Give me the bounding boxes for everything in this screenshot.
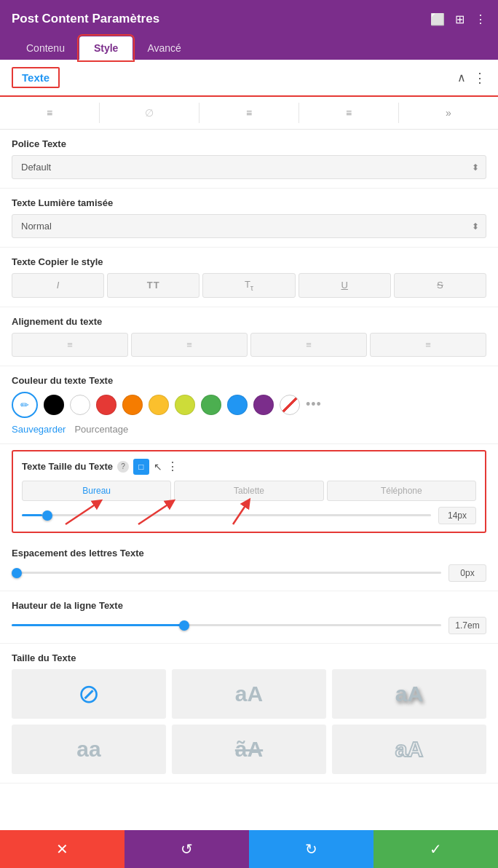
toolbar-btn-align[interactable]: ≡ — [0, 103, 100, 123]
toolbar-btn-indent[interactable]: ≡ — [299, 103, 399, 123]
alignement-label: Alignement du texte — [12, 316, 486, 327]
more-colors-icon[interactable]: ••• — [306, 397, 322, 412]
desktop-icon: □ — [138, 462, 143, 472]
taille-options-icon[interactable]: ⋮ — [167, 459, 178, 473]
color-actions: Sauvegarder Pourcentage — [12, 424, 486, 435]
text-size-strikethrough[interactable]: ãA — [172, 725, 326, 774]
tab-bureau[interactable]: Bureau — [22, 481, 171, 501]
police-texte-select[interactable]: Default — [12, 155, 486, 179]
espacement-slider-row: 0px — [12, 564, 486, 582]
color-swatch-orange[interactable] — [122, 395, 143, 415]
tab-contenu[interactable]: Contenu — [12, 36, 79, 60]
taille-slider-row: 14px — [22, 507, 476, 524]
device-desktop-button[interactable]: □ — [133, 459, 149, 475]
section-more-icon[interactable]: ⋮ — [473, 70, 486, 86]
espacement-slider-thumb[interactable] — [12, 568, 22, 578]
color-swatch-black[interactable] — [44, 395, 64, 415]
couleur-section: Couleur du texte Texte ✏ ••• Sauvegarder… — [0, 366, 498, 444]
taille-slider-value[interactable]: 14px — [438, 507, 476, 524]
taille-du-texte-section: Taille du Texte ⊘ aA aA AA ãA — [0, 644, 498, 784]
color-swatch-lime[interactable] — [175, 395, 195, 415]
couleur-label: Couleur du texte Texte — [12, 375, 486, 386]
color-swatch-purple[interactable] — [253, 395, 274, 415]
toolbar-btn-quote[interactable]: » — [399, 103, 498, 123]
tab-tablette[interactable]: Tablette — [174, 481, 323, 501]
espacement-slider-container — [12, 572, 441, 574]
color-picker-button[interactable]: ✏ — [12, 392, 38, 418]
cancel-icon: ✕ — [56, 840, 68, 858]
hauteur-slider-fill — [12, 624, 183, 626]
align-left-button[interactable]: ≡ — [12, 333, 128, 357]
color-swatch-white[interactable] — [70, 395, 90, 415]
hauteur-slider-track — [12, 624, 441, 626]
lumiere-section: Texte Lumière tamisée Normal ⬍ — [0, 189, 498, 248]
taille-slider-track — [22, 514, 431, 516]
tab-avance[interactable]: Avancé — [133, 36, 195, 60]
police-texte-label: Police Texte — [12, 138, 486, 149]
toolbar-btn-list[interactable]: ≡ — [199, 103, 299, 123]
smallcaps-button[interactable]: Tτ — [202, 273, 295, 298]
color-swatch-blue[interactable] — [227, 395, 248, 415]
lumiere-select[interactable]: Normal — [12, 214, 486, 238]
taille-slider-thumb[interactable] — [42, 510, 52, 521]
align-right-button[interactable]: ≡ — [250, 333, 367, 357]
text-size-outline[interactable]: aA — [332, 725, 486, 774]
copier-style-label: Texte Copier le style — [12, 256, 486, 267]
cancel-button[interactable]: ✕ — [0, 830, 125, 868]
confirm-icon: ✓ — [430, 840, 442, 858]
align-center-button[interactable]: ≡ — [131, 333, 248, 357]
reset-icon: ↺ — [181, 840, 193, 858]
toolbar-btn-empty[interactable]: ∅ — [100, 103, 199, 123]
strikethrough-button[interactable]: S — [394, 273, 486, 298]
save-color-button[interactable]: Sauvegarder — [12, 424, 66, 435]
tab-telephone[interactable]: Téléphone — [327, 481, 476, 501]
hauteur-slider-row: 1.7em — [12, 617, 486, 634]
hauteur-slider-thumb[interactable] — [179, 620, 189, 631]
header-top: Post Content Paramètres ⬜ ⊞ ⋮ — [12, 12, 486, 26]
percentage-button[interactable]: Pourcentage — [74, 424, 128, 435]
more-icon[interactable]: ⋮ — [475, 12, 486, 26]
section-title-actions: ∧ ⋮ — [457, 70, 486, 86]
police-texte-section: Police Texte Default ⬍ — [0, 130, 498, 189]
eyedropper-icon: ✏ — [20, 399, 29, 411]
cursor-icon[interactable]: ↖ — [154, 461, 162, 473]
redo-button[interactable]: ↻ — [249, 830, 374, 868]
text-size-none[interactable]: ⊘ — [12, 669, 166, 719]
hauteur-slider-container — [12, 624, 441, 626]
lumiere-select-wrapper: Normal ⬍ — [12, 214, 486, 238]
taille-du-texte-label: Taille du Texte — [12, 652, 486, 663]
main-content: ≡ ∅ ≡ ≡ » Police Texte Default ⬍ Texte L… — [0, 97, 498, 868]
text-size-normal[interactable]: aA — [172, 669, 326, 719]
color-swatch-red[interactable] — [96, 395, 116, 415]
collapse-icon[interactable]: ∧ — [457, 71, 466, 84]
taille-slider-fill — [22, 514, 42, 516]
italic-button[interactable]: I — [12, 273, 104, 298]
alignement-section: Alignement du texte ≡ ≡ ≡ ≡ — [0, 307, 498, 366]
espacement-slider-value[interactable]: 0px — [448, 564, 486, 582]
text-size-shadow[interactable]: aA — [332, 669, 486, 719]
police-texte-select-wrapper: Default ⬍ — [12, 155, 486, 179]
color-swatch-green[interactable] — [201, 395, 221, 415]
taille-label-row: Texte Taille du Texte ? □ ↖ ⋮ — [22, 459, 476, 475]
reset-button[interactable]: ↺ — [125, 830, 249, 868]
hauteur-label: Hauteur de la ligne Texte — [12, 600, 486, 611]
redo-icon: ↻ — [305, 840, 317, 858]
taille-slider-container — [22, 514, 431, 516]
section-title-bar: Texte ∧ ⋮ — [0, 60, 498, 97]
help-icon[interactable]: ? — [117, 461, 129, 473]
text-size-grid: ⊘ aA aA AA ãA aA — [12, 669, 486, 774]
tabs: Contenu Style Avancé — [12, 36, 486, 60]
color-swatch-yellow[interactable] — [149, 395, 169, 415]
text-size-lowercase[interactable]: AA — [12, 725, 166, 774]
hauteur-slider-value[interactable]: 1.7em — [448, 617, 486, 634]
tab-style[interactable]: Style — [79, 36, 133, 60]
align-justify-button[interactable]: ≡ — [370, 333, 486, 357]
lumiere-label: Texte Lumière tamisée — [12, 197, 486, 208]
color-swatch-diagonal[interactable] — [280, 395, 300, 415]
allcaps-button[interactable]: TT — [107, 273, 199, 298]
underline-button[interactable]: U — [299, 273, 391, 298]
confirm-button[interactable]: ✓ — [374, 830, 498, 868]
columns-icon[interactable]: ⊞ — [455, 12, 465, 26]
resize-icon[interactable]: ⬜ — [430, 12, 445, 26]
app-title: Post Content Paramètres — [12, 12, 159, 26]
